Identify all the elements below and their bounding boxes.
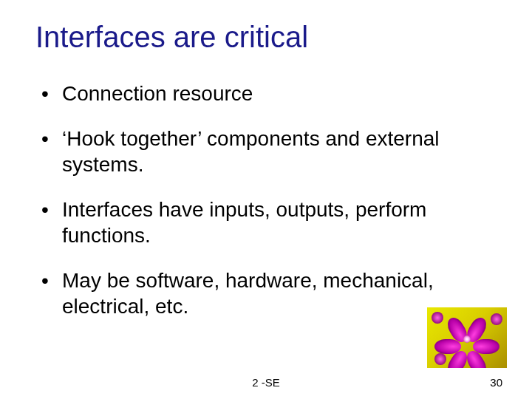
bullet-list: Connection resource ‘Hook together’ comp… bbox=[35, 81, 497, 319]
bullet-item: Interfaces have inputs, outputs, perform… bbox=[41, 197, 497, 248]
footer-label: 2 -SE bbox=[0, 376, 532, 389]
bullet-item: ‘Hook together’ components and external … bbox=[41, 126, 497, 177]
page-number: 30 bbox=[490, 376, 502, 389]
slide-title: Interfaces are critical bbox=[35, 21, 497, 54]
decorative-image bbox=[427, 307, 507, 368]
slide: Interfaces are critical Connection resou… bbox=[0, 0, 532, 399]
bullet-item: Connection resource bbox=[41, 81, 497, 106]
